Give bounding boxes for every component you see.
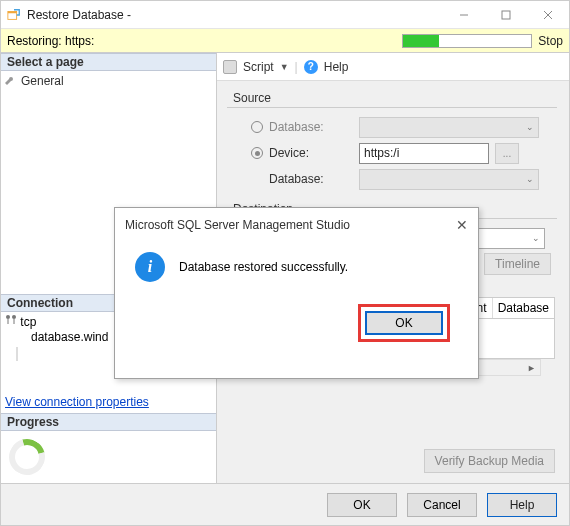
source-db-label: Database: [269, 172, 359, 186]
device-radio[interactable] [251, 147, 263, 159]
tree-line-icon [15, 347, 19, 361]
database-radio[interactable] [251, 121, 263, 133]
restore-icon [7, 8, 21, 22]
page-item-label: General [21, 74, 64, 88]
script-icon [223, 60, 237, 74]
window-title: Restore Database - [27, 8, 443, 22]
device-input[interactable] [359, 143, 489, 164]
info-icon: i [135, 252, 165, 282]
server-icon [5, 314, 17, 326]
select-page-header: Select a page [1, 53, 216, 71]
browse-device-button[interactable]: ... [495, 143, 519, 164]
message-dialog-title: Microsoft SQL Server Management Studio [125, 218, 350, 232]
help-dialog-button[interactable]: Help [487, 493, 557, 517]
view-connection-properties-link[interactable]: View connection properties [1, 391, 216, 413]
source-group-label: Source [227, 91, 569, 107]
restore-status-bar: Restoring: https: Stop [1, 29, 569, 53]
ok-highlight: OK [358, 304, 450, 342]
stop-button[interactable]: Stop [538, 34, 563, 48]
toolbar: Script ▼ | ? Help [217, 53, 569, 81]
dialog-button-row: OK Cancel Help [1, 483, 569, 525]
svg-rect-3 [502, 11, 510, 19]
message-dialog-close-icon[interactable]: ✕ [456, 217, 468, 233]
database-radio-label: Database: [269, 120, 359, 134]
scroll-right-button[interactable]: ► [523, 360, 540, 375]
message-dialog-ok-button[interactable]: OK [365, 311, 443, 335]
cancel-button[interactable]: Cancel [407, 493, 477, 517]
progress-header: Progress [1, 413, 216, 431]
help-button[interactable]: Help [324, 60, 349, 74]
script-button[interactable]: Script [243, 60, 274, 74]
svg-point-7 [12, 315, 16, 319]
page-item-general[interactable]: General [5, 73, 212, 89]
device-radio-label: Device: [269, 146, 359, 160]
timeline-button[interactable]: Timeline [484, 253, 551, 275]
source-database-combo: ⌄ [359, 117, 539, 138]
ok-button[interactable]: OK [327, 493, 397, 517]
source-db-combo[interactable]: ⌄ [359, 169, 539, 190]
svg-point-6 [6, 315, 10, 319]
svg-rect-1 [8, 11, 17, 13]
verify-backup-media-button[interactable]: Verify Backup Media [424, 449, 555, 473]
wrench-icon [5, 75, 17, 87]
progress-bar [402, 34, 532, 48]
grid-col-database: Database [493, 298, 554, 318]
minimize-button[interactable] [443, 1, 485, 29]
restore-status-label: Restoring: https: [7, 34, 94, 48]
message-dialog: Microsoft SQL Server Management Studio ✕… [114, 207, 479, 379]
connection-line1: tcp [20, 315, 36, 329]
help-icon: ? [304, 60, 318, 74]
maximize-button[interactable] [485, 1, 527, 29]
spinner-icon [2, 432, 51, 481]
close-button[interactable] [527, 1, 569, 29]
message-dialog-text: Database restored successfully. [179, 260, 348, 274]
titlebar: Restore Database - [1, 1, 569, 29]
script-dropdown-caret[interactable]: ▼ [280, 62, 289, 72]
